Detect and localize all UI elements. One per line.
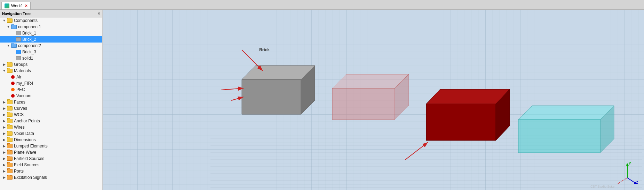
tree-items-container: ▼Components▼component1 Brick_1 Brick_2▼c… <box>0 17 102 181</box>
tree-label-air: Air <box>16 75 22 79</box>
red-dot-air <box>11 75 15 79</box>
expand-icon-materials[interactable]: ▼ <box>2 69 6 73</box>
expand-icon-anchor_points[interactable]: ▶ <box>2 119 6 123</box>
tree-item-brick3[interactable]: Brick_3 <box>0 49 102 55</box>
folder-icon-field_sources <box>7 163 13 167</box>
expand-icon-voxel_data[interactable]: ▶ <box>2 131 6 136</box>
folder-icon-farfield_sources <box>7 157 13 161</box>
tree-item-excitation_signals[interactable]: ▶Excitation Signals <box>0 174 102 181</box>
tree-item-brick2[interactable]: Brick_2 <box>0 36 102 43</box>
tree-item-component2[interactable]: ▼component2 <box>0 43 102 49</box>
svg-marker-28 <box>626 163 629 166</box>
tree-label-excitation_signals: Excitation Signals <box>14 175 47 180</box>
main-layout: Navigation Tree × ▼Components▼component1… <box>0 10 644 190</box>
tree-item-vacuum[interactable]: Vacuum <box>0 93 102 99</box>
tree-label-lumped_elements: Lumped Elements <box>14 144 48 149</box>
tree-item-dimensions[interactable]: ▶Dimensions <box>0 137 102 143</box>
tree-label-myfir4: my_FIR4 <box>16 81 33 86</box>
watermark: CST Studio Suite <box>590 185 614 188</box>
tree-item-faces[interactable]: ▶Faces <box>0 99 102 105</box>
tab-bar: Work1 ✕ <box>0 0 644 10</box>
tree-label-component1: component1 <box>18 24 41 29</box>
expand-icon-component1[interactable]: ▼ <box>6 25 10 29</box>
folder-icon-wcs <box>7 113 13 117</box>
folder-icon-curves <box>7 106 13 111</box>
tree-item-wires[interactable]: ▶Wires <box>0 124 102 130</box>
svg-rect-1 <box>103 10 644 190</box>
expand-icon-groups[interactable]: ▶ <box>2 62 6 67</box>
tree-item-brick1[interactable]: Brick_1 <box>0 30 102 36</box>
expand-icon-component2[interactable]: ▼ <box>6 44 10 48</box>
folder-icon-faces <box>7 100 13 104</box>
expand-icon-wcs[interactable]: ▶ <box>2 113 6 117</box>
folder-icon-groups <box>7 62 13 67</box>
expand-icon-lumped_elements[interactable]: ▶ <box>2 144 6 148</box>
tree-label-vacuum: Vacuum <box>16 93 31 98</box>
tree-label-faces: Faces <box>14 100 25 105</box>
tab-work1-label: Work1 <box>11 3 23 8</box>
shape-icon-brick3 <box>16 50 21 54</box>
tree-label-pec: PEC <box>16 87 25 92</box>
folder-icon-anchor_points <box>7 119 13 123</box>
tree-item-pec[interactable]: PEC <box>0 86 102 93</box>
tree-item-field_sources[interactable]: ▶Field Sources <box>0 162 102 168</box>
expand-icon-excitation_signals[interactable]: ▶ <box>2 175 6 180</box>
folder-icon-plane_wave <box>7 150 13 154</box>
tree-label-ports: Ports <box>14 169 24 174</box>
nav-tree-title: Navigation Tree <box>2 12 31 16</box>
svg-text:Z: Z <box>636 181 638 184</box>
tree-label-materials: Materials <box>14 68 31 73</box>
svg-line-33 <box>618 178 627 184</box>
expand-icon-ports[interactable]: ▶ <box>2 169 6 173</box>
expand-icon-faces[interactable]: ▶ <box>2 100 6 104</box>
tree-item-anchor_points[interactable]: ▶Anchor Points <box>0 118 102 124</box>
folder-icon-excitation_signals <box>7 175 13 180</box>
tab-work1[interactable]: Work1 ✕ <box>1 2 31 9</box>
tree-item-groups[interactable]: ▶Groups <box>0 61 102 68</box>
folder-icon-dimensions <box>7 138 13 142</box>
tree-label-component2: component2 <box>18 43 41 48</box>
navigation-tree-panel: Navigation Tree × ▼Components▼component1… <box>0 10 103 190</box>
red-dot-vacuum <box>11 94 15 98</box>
expand-icon-components[interactable]: ▼ <box>2 18 6 23</box>
folder-icon-wires <box>7 125 13 129</box>
tree-item-myfir4[interactable]: my_FIR4 <box>0 80 102 86</box>
expand-icon-plane_wave[interactable]: ▶ <box>2 150 6 154</box>
shape-icon-solid1 <box>16 56 21 60</box>
orange-dot-pec <box>11 88 15 91</box>
tree-item-wcs[interactable]: ▶WCS <box>0 112 102 118</box>
nav-tree-close-button[interactable]: × <box>97 11 100 16</box>
tree-item-solid1[interactable]: solid1 <box>0 55 102 61</box>
expand-icon-farfield_sources[interactable]: ▶ <box>2 157 6 161</box>
tree-label-dimensions: Dimensions <box>14 137 36 142</box>
tree-item-farfield_sources[interactable]: ▶Farfield Sources <box>0 155 102 162</box>
tree-label-anchor_points: Anchor Points <box>14 119 40 123</box>
tree-label-field_sources: Field Sources <box>14 162 39 167</box>
tree-item-component1[interactable]: ▼component1 <box>0 24 102 30</box>
tree-item-lumped_elements[interactable]: ▶Lumped Elements <box>0 143 102 149</box>
viewport-grid <box>103 10 644 190</box>
tree-item-curves[interactable]: ▶Curves <box>0 105 102 112</box>
expand-icon-dimensions[interactable]: ▶ <box>2 138 6 142</box>
tree-item-plane_wave[interactable]: ▶Plane Wave <box>0 149 102 155</box>
tree-item-voxel_data[interactable]: ▶Voxel Data <box>0 130 102 137</box>
tree-label-brick1: Brick_1 <box>22 31 36 36</box>
tab-work1-icon <box>5 3 9 8</box>
tree-label-wcs: WCS <box>14 112 24 117</box>
tree-item-components[interactable]: ▼Components <box>0 17 102 24</box>
folder-icon-component2 <box>11 44 17 48</box>
folder-icon-ports <box>7 169 13 173</box>
shape-icon-brick2 <box>16 37 21 41</box>
tree-label-brick2: Brick_2 <box>22 37 36 42</box>
axis-indicator: Y Z <box>616 162 639 185</box>
tree-item-air[interactable]: Air <box>0 74 102 80</box>
expand-icon-wires[interactable]: ▶ <box>2 125 6 129</box>
expand-icon-field_sources[interactable]: ▶ <box>2 163 6 167</box>
expand-icon-curves[interactable]: ▶ <box>2 106 6 111</box>
tree-item-ports[interactable]: ▶Ports <box>0 168 102 174</box>
tree-item-materials[interactable]: ▼Materials <box>0 68 102 74</box>
tree-label-components: Components <box>14 18 38 23</box>
tab-work1-close[interactable]: ✕ <box>25 4 27 8</box>
folder-icon-lumped_elements <box>7 144 13 148</box>
viewport[interactable]: Y Z CST Studio Suite Brick <box>103 10 644 190</box>
